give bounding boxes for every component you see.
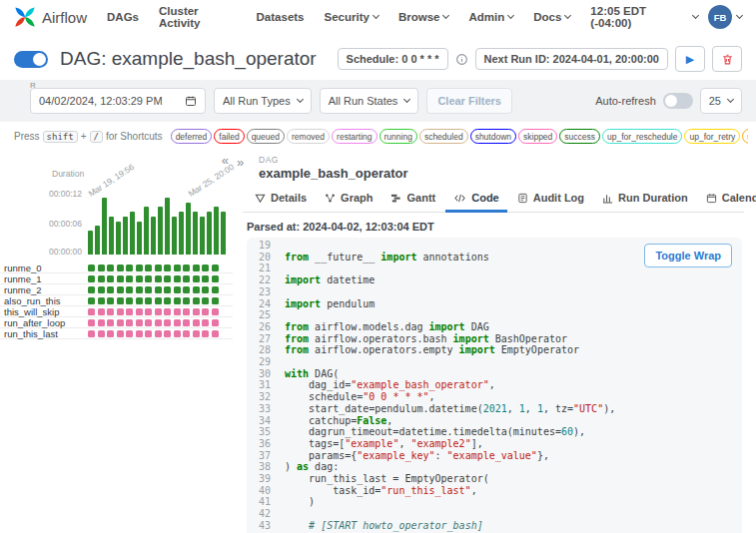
task-instance-square[interactable] bbox=[88, 308, 95, 315]
task-instance-square[interactable] bbox=[193, 319, 200, 326]
task-instance-square[interactable] bbox=[183, 297, 190, 304]
task-instance-square[interactable] bbox=[155, 330, 162, 337]
task-instance-square[interactable] bbox=[212, 308, 219, 315]
task-instance-square[interactable] bbox=[193, 330, 200, 337]
task-instance-square[interactable] bbox=[193, 297, 200, 304]
task-instance-square[interactable] bbox=[136, 265, 143, 271]
duration-bar[interactable] bbox=[158, 207, 163, 255]
clear-filters-button[interactable]: Clear Filters bbox=[426, 88, 512, 114]
legend-badge-running[interactable]: running bbox=[379, 129, 417, 144]
task-instance-square[interactable] bbox=[98, 275, 105, 282]
tab-calendar[interactable]: Calendar bbox=[698, 187, 756, 213]
task-instance-square[interactable] bbox=[117, 330, 124, 337]
nav-item-admin[interactable]: Admin bbox=[468, 11, 513, 23]
base-date-input[interactable]: 04/02/2024, 12:03:29 PM bbox=[30, 88, 206, 114]
task-instance-square[interactable] bbox=[164, 319, 171, 326]
duration-bar[interactable] bbox=[172, 217, 177, 255]
task-instance-square[interactable] bbox=[88, 297, 95, 304]
duration-bar[interactable] bbox=[137, 222, 142, 255]
tab-graph[interactable]: Graph bbox=[317, 187, 380, 213]
task-instance-square[interactable] bbox=[126, 297, 133, 304]
task-instance-square[interactable] bbox=[126, 275, 133, 282]
task-name[interactable]: runme_0 bbox=[0, 263, 88, 273]
task-instance-square[interactable] bbox=[164, 286, 171, 293]
page-size-select[interactable]: 25 bbox=[700, 88, 742, 114]
task-instance-square[interactable] bbox=[117, 275, 124, 282]
task-instance-square[interactable] bbox=[107, 286, 114, 293]
task-instance-square[interactable] bbox=[126, 265, 133, 271]
brand[interactable]: Airflow bbox=[14, 6, 87, 28]
task-instance-square[interactable] bbox=[212, 275, 219, 282]
tab-code[interactable]: Code bbox=[445, 187, 507, 213]
task-instance-square[interactable] bbox=[145, 330, 152, 337]
task-instance-square[interactable] bbox=[107, 308, 114, 315]
duration-bar[interactable] bbox=[88, 231, 93, 255]
task-instance-square[interactable] bbox=[164, 308, 171, 315]
user-menu[interactable]: FB bbox=[708, 5, 742, 29]
task-instance-square[interactable] bbox=[136, 297, 143, 304]
legend-badge-up_for_retry[interactable]: up_for_retry bbox=[684, 129, 740, 144]
duration-bar[interactable] bbox=[123, 217, 128, 255]
legend-badge-deferred[interactable]: deferred bbox=[171, 129, 213, 144]
legend-badge-success[interactable]: success bbox=[559, 129, 600, 144]
tab-run-duration[interactable]: Run Duration bbox=[594, 187, 696, 213]
task-instance-square[interactable] bbox=[202, 330, 209, 337]
task-instance-square[interactable] bbox=[136, 275, 143, 282]
nav-item-dags[interactable]: DAGs bbox=[107, 11, 139, 23]
task-instance-square[interactable] bbox=[212, 297, 219, 304]
task-instance-square[interactable] bbox=[98, 286, 105, 293]
task-instance-square[interactable] bbox=[126, 330, 133, 337]
task-instance-square[interactable] bbox=[145, 275, 152, 282]
task-instance-square[interactable] bbox=[183, 330, 190, 337]
task-instance-square[interactable] bbox=[202, 275, 209, 282]
task-instance-square[interactable] bbox=[107, 275, 114, 282]
task-instance-square[interactable] bbox=[107, 319, 114, 326]
task-instance-square[interactable] bbox=[117, 297, 124, 304]
task-instance-square[interactable] bbox=[107, 297, 114, 304]
task-instance-square[interactable] bbox=[136, 286, 143, 293]
task-instance-square[interactable] bbox=[212, 286, 219, 293]
task-instance-square[interactable] bbox=[174, 330, 181, 337]
tab-details[interactable]: Details bbox=[247, 187, 315, 213]
run-states-select[interactable]: All Run States bbox=[320, 88, 419, 114]
delete-dag-button[interactable] bbox=[712, 46, 742, 72]
legend-badge-scheduled[interactable]: scheduled bbox=[419, 129, 468, 144]
task-name[interactable]: run_after_loop bbox=[0, 317, 88, 328]
task-instance-square[interactable] bbox=[193, 286, 200, 293]
info-icon[interactable] bbox=[455, 53, 468, 66]
nav-item-browse[interactable]: Browse bbox=[398, 11, 449, 23]
task-instance-square[interactable] bbox=[174, 319, 181, 326]
legend-badge-up_for_reschedule[interactable]: up_for_reschedule bbox=[602, 129, 682, 144]
task-instance-square[interactable] bbox=[98, 265, 105, 271]
task-name[interactable]: runme_2 bbox=[0, 284, 88, 295]
task-instance-square[interactable] bbox=[193, 275, 200, 282]
duration-bar[interactable] bbox=[214, 207, 219, 255]
task-instance-square[interactable] bbox=[98, 297, 105, 304]
task-instance-square[interactable] bbox=[174, 275, 181, 282]
task-instance-square[interactable] bbox=[164, 297, 171, 304]
task-instance-square[interactable] bbox=[155, 297, 162, 304]
expand-panel-icon[interactable]: » bbox=[237, 155, 244, 170]
trigger-dag-button[interactable]: ▶ bbox=[675, 46, 705, 72]
toggle-wrap-button[interactable]: Toggle Wrap bbox=[644, 244, 732, 267]
duration-bar[interactable] bbox=[102, 198, 107, 255]
tab-gantt[interactable]: Gantt bbox=[382, 187, 443, 213]
task-instance-square[interactable] bbox=[155, 275, 162, 282]
task-instance-square[interactable] bbox=[193, 265, 200, 271]
task-instance-square[interactable] bbox=[117, 308, 124, 315]
duration-bar[interactable] bbox=[116, 222, 121, 255]
task-instance-square[interactable] bbox=[174, 308, 181, 315]
duration-bar[interactable] bbox=[95, 226, 100, 255]
task-instance-square[interactable] bbox=[183, 319, 190, 326]
legend-badge-queued[interactable]: queued bbox=[247, 129, 285, 144]
nav-item-security[interactable]: Security bbox=[325, 11, 378, 23]
task-instance-square[interactable] bbox=[117, 319, 124, 326]
task-instance-square[interactable] bbox=[126, 308, 133, 315]
task-instance-square[interactable] bbox=[98, 330, 105, 337]
task-instance-square[interactable] bbox=[88, 275, 95, 282]
task-instance-square[interactable] bbox=[155, 319, 162, 326]
clock-dropdown[interactable]: 12:05 EDT (-04:00) bbox=[590, 5, 698, 29]
task-instance-square[interactable] bbox=[202, 286, 209, 293]
dag-pause-toggle[interactable] bbox=[14, 51, 48, 68]
task-instance-square[interactable] bbox=[164, 275, 171, 282]
